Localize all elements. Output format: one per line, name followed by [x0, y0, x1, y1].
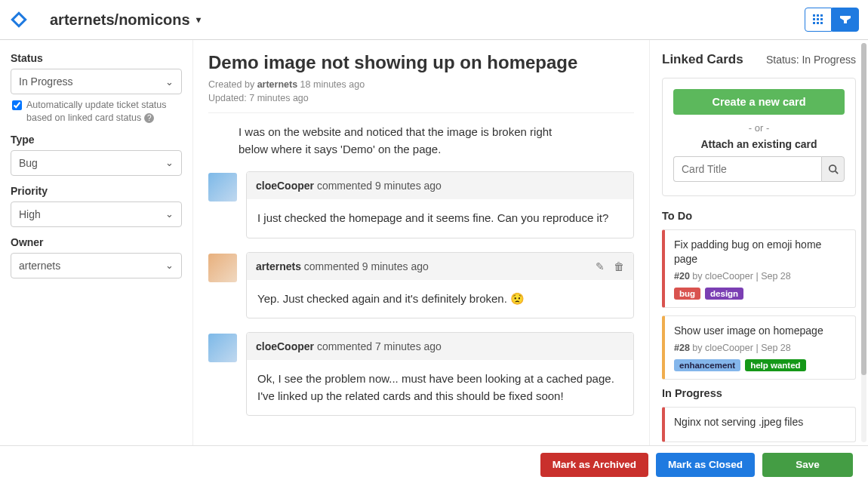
save-button[interactable]: Save — [762, 453, 853, 477]
help-icon[interactable]: ? — [144, 113, 154, 123]
comment-body: Ok, I see the problem now... must have b… — [247, 360, 633, 415]
svg-line-10 — [835, 171, 838, 174]
chevron-down-icon: ⌄ — [165, 208, 174, 220]
chevron-down-icon: ⌄ — [165, 260, 174, 271]
chevron-down-icon: ⌄ — [165, 76, 174, 88]
view-inbox-button[interactable] — [832, 8, 859, 32]
tag: help wanted — [745, 359, 805, 371]
caret-down-icon: ▾ — [196, 14, 201, 25]
card-search-input[interactable] — [673, 156, 821, 182]
edit-icon[interactable]: ✎ — [596, 260, 605, 272]
attach-label: Attach an existing card — [673, 138, 845, 150]
archive-button[interactable]: Mark as Archived — [540, 453, 648, 477]
linked-cards-title: Linked Cards — [662, 52, 743, 67]
comment-header: cloeCooper commented 9 minutes ago — [247, 172, 633, 199]
scrollbar-thumb[interactable] — [861, 43, 866, 375]
inprogress-column-title: In Progress — [662, 387, 856, 399]
svg-point-9 — [829, 165, 836, 172]
or-divider: - or - — [673, 122, 845, 134]
scrollbar[interactable] — [861, 43, 866, 442]
svg-rect-3 — [813, 18, 815, 20]
card-search-button[interactable] — [821, 156, 845, 182]
create-card-button[interactable]: Create a new card — [673, 89, 845, 115]
repo-name: arternets/nomicons — [50, 11, 190, 29]
close-button[interactable]: Mark as Closed — [656, 453, 755, 477]
type-select[interactable]: Bug ⌄ — [11, 150, 182, 176]
tag: design — [705, 288, 743, 300]
svg-rect-0 — [813, 14, 815, 17]
svg-rect-8 — [820, 22, 823, 24]
comment-header: arternets commented 9 minutes ago✎🗑 — [247, 253, 633, 280]
svg-rect-4 — [817, 18, 819, 20]
repo-switcher[interactable]: arternets/nomicons ▾ — [50, 11, 201, 29]
comment: arternets commented 9 minutes ago✎🗑Yep. … — [208, 252, 634, 319]
comment: cloeCooper commented 7 minutes agoOk, I … — [208, 332, 634, 416]
todo-column-title: To Do — [662, 210, 856, 222]
comment-header: cloeCooper commented 7 minutes ago — [247, 333, 633, 360]
tag: enhancement — [674, 359, 740, 371]
avatar — [208, 334, 237, 362]
linked-card[interactable]: Show user image on homepage#28 by cloeCo… — [662, 315, 856, 380]
card-title: Show user image on homepage — [674, 324, 846, 338]
linked-card[interactable]: Nginx not serving .jpeg files — [662, 407, 856, 442]
delete-icon[interactable]: 🗑 — [614, 260, 624, 272]
svg-rect-5 — [820, 18, 823, 20]
tag: bug — [674, 288, 700, 300]
issue-body: I was on the website and noticed that th… — [208, 124, 578, 171]
auto-status-checkbox[interactable]: Automatically update ticket status based… — [11, 97, 182, 125]
issue-meta: Created by arternets 18 minutes ago Upda… — [208, 78, 634, 105]
owner-select[interactable]: arternets ⌄ — [11, 253, 182, 278]
status-label: Status — [11, 52, 182, 64]
priority-label: Priority — [11, 185, 182, 197]
auto-status-input[interactable] — [12, 100, 22, 110]
comment-body: Yep. Just checked again and it's definit… — [247, 280, 633, 318]
view-grid-button[interactable] — [805, 8, 832, 32]
avatar — [208, 254, 237, 282]
issue-title: Demo image not showing up on homepage — [208, 52, 634, 73]
type-label: Type — [11, 134, 182, 146]
status-select[interactable]: In Progress ⌄ — [11, 69, 182, 94]
priority-select[interactable]: High ⌄ — [11, 202, 182, 227]
svg-rect-6 — [813, 22, 815, 24]
comment: cloeCooper commented 9 minutes agoI just… — [208, 171, 634, 238]
linked-card[interactable]: Fix padding bug on emoji home page#20 by… — [662, 229, 856, 308]
owner-label: Owner — [11, 236, 182, 248]
svg-rect-7 — [817, 22, 819, 24]
svg-rect-1 — [817, 14, 819, 17]
svg-rect-2 — [820, 14, 823, 17]
chevron-down-icon: ⌄ — [165, 157, 174, 168]
card-title: Nginx not serving .jpeg files — [674, 415, 846, 429]
avatar — [208, 173, 237, 202]
card-title: Fix padding bug on emoji home page — [674, 238, 846, 266]
linked-status: Status: In Progress — [766, 54, 856, 66]
app-logo — [9, 10, 29, 29]
comment-body: I just checked the homepage and it seems… — [247, 199, 633, 238]
